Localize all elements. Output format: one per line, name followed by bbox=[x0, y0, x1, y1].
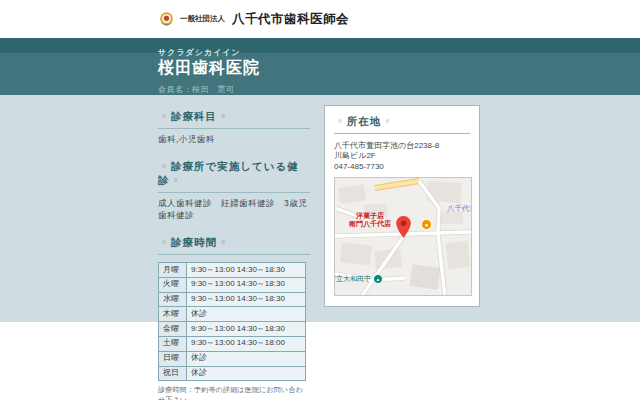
org-prefix: 一般社団法人 bbox=[180, 14, 225, 24]
heading-deco-icon: ○ bbox=[385, 117, 390, 124]
association-brand-link[interactable]: 一般社団法人 八千代市歯科医師会 bbox=[158, 11, 349, 28]
map-poi-shop-label: 洋菓子店衛門八千代店 bbox=[341, 212, 399, 228]
table-row: 木曜休診 bbox=[159, 307, 306, 322]
page-title: 桜田歯科医院 bbox=[158, 58, 482, 79]
day-cell: 祝日 bbox=[159, 366, 187, 381]
member-name: 会員名：桜田 憲司 bbox=[158, 84, 482, 95]
table-row: 水曜9:30～13:00 14:30～18:30 bbox=[159, 292, 306, 307]
org-name: 八千代市歯科医師会 bbox=[232, 11, 349, 28]
heading-deco-icon: ○ bbox=[338, 117, 343, 124]
heading-deco-icon: ○ bbox=[162, 238, 167, 245]
phone-number: 047-485-7730 bbox=[334, 162, 470, 172]
heading-deco-icon: ○ bbox=[162, 162, 167, 169]
hours-cell: 9:30～13:00 14:30～18:30 bbox=[187, 277, 306, 292]
section-title-location: ○所在地○ bbox=[334, 115, 470, 134]
table-row: 火曜9:30～13:00 14:30～18:30 bbox=[159, 277, 306, 292]
day-cell: 水曜 bbox=[159, 292, 187, 307]
hours-note: 診療時間：予約等の詳細は医院にお問い合わせ下さい bbox=[158, 385, 310, 400]
heading-deco-icon: ○ bbox=[162, 112, 167, 119]
section-title-subjects: ○診療科目○ bbox=[158, 110, 310, 129]
table-row: 土曜9:30～13:00 14:30～18:00 bbox=[159, 336, 306, 351]
topbar: 一般社団法人 八千代市歯科医師会 bbox=[0, 0, 640, 38]
hours-cell: 9:30～13:00 14:30～18:30 bbox=[187, 263, 306, 278]
table-row: 月曜9:30～13:00 14:30～18:30 bbox=[159, 263, 306, 278]
location-box: ○所在地○ 八千代市萱田字池の台2238-8 川島ビル2F 047-485-77… bbox=[324, 105, 480, 307]
content-area: ○診療科目○ 歯科,小児歯科 ○診療所で実施している健診○ 成人歯科健診 妊婦歯… bbox=[0, 95, 640, 322]
hours-cell: 9:30～13:00 14:30～18:30 bbox=[187, 322, 306, 337]
table-row: 祝日休診 bbox=[159, 366, 306, 381]
school-poi-icon: ▴ bbox=[373, 274, 383, 284]
hours-table: 月曜9:30～13:00 14:30～18:30 火曜9:30～13:00 14… bbox=[158, 262, 306, 381]
clinic-header: 桜田歯科医院 会員名：桜田 憲司 bbox=[0, 53, 640, 95]
day-cell: 日曜 bbox=[159, 351, 187, 366]
map-city-label: 八千代市 bbox=[447, 205, 472, 214]
table-row: 日曜休診 bbox=[159, 351, 306, 366]
subjects-value: 歯科,小児歯科 bbox=[158, 134, 310, 146]
heading-deco-icon: ○ bbox=[221, 238, 226, 245]
table-row: 金曜9:30～13:00 14:30～18:30 bbox=[159, 322, 306, 337]
hours-cell: 休診 bbox=[187, 351, 306, 366]
heading-deco-icon: ○ bbox=[221, 112, 226, 119]
address-line2: 川島ビル2F bbox=[334, 151, 470, 161]
checkups-value: 成人歯科健診 妊婦歯科健診 3歳児歯科健診 bbox=[158, 198, 310, 222]
clinic-reading-strip: サクラダシカイイン bbox=[0, 38, 640, 53]
day-cell: 金曜 bbox=[159, 322, 187, 337]
hours-cell: 9:30～13:00 14:30～18:00 bbox=[187, 336, 306, 351]
hours-cell: 休診 bbox=[187, 307, 306, 322]
address-line1: 八千代市萱田字池の台2238-8 bbox=[334, 141, 470, 151]
association-logo-icon bbox=[158, 11, 175, 28]
map-pin-icon bbox=[396, 216, 411, 238]
hours-cell: 休診 bbox=[187, 366, 306, 381]
day-cell: 木曜 bbox=[159, 307, 187, 322]
day-cell: 月曜 bbox=[159, 263, 187, 278]
heading-deco-icon: ○ bbox=[174, 176, 179, 183]
hours-cell: 9:30～13:00 14:30～18:30 bbox=[187, 292, 306, 307]
section-title-hours: ○診療時間○ bbox=[158, 236, 310, 255]
clinic-address: 八千代市萱田字池の台2238-8 川島ビル2F 047-485-7730 bbox=[334, 141, 470, 172]
day-cell: 火曜 bbox=[159, 277, 187, 292]
section-title-checkups: ○診療所で実施している健診○ bbox=[158, 160, 310, 193]
clinic-info-column: ○診療科目○ 歯科,小児歯科 ○診療所で実施している健診○ 成人歯科健診 妊婦歯… bbox=[158, 95, 310, 400]
map-school-label: 市立大和田中▴ bbox=[334, 274, 383, 284]
day-cell: 土曜 bbox=[159, 336, 187, 351]
map[interactable]: 洋菓子店衛門八千代店 八千代市 ● 市立大和田中▴ bbox=[334, 177, 472, 296]
